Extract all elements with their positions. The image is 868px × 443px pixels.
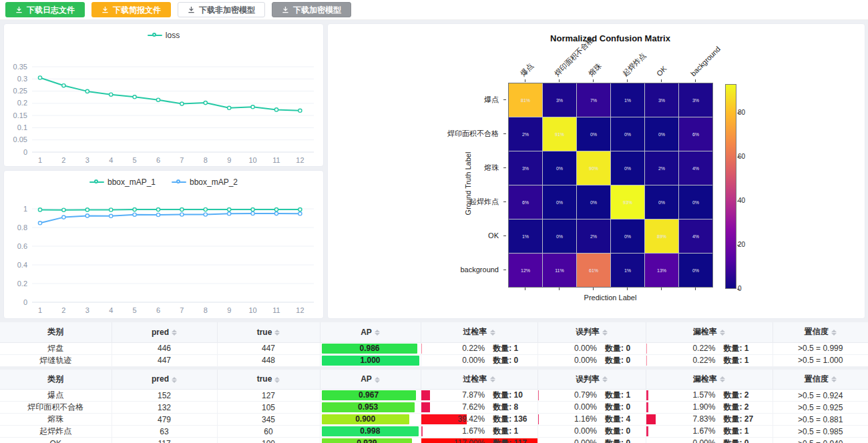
download-icon xyxy=(101,6,109,13)
cell-category: 熔珠 xyxy=(0,414,112,426)
matrix-row-label: 焊印面积不合格 xyxy=(328,117,499,151)
col-header-过检率[interactable]: 过检率 xyxy=(421,322,537,342)
cell-misjudge: 0.79%数量: 1 xyxy=(537,390,646,402)
col-header-AP[interactable]: AP xyxy=(320,370,421,390)
colorbar-tick-label: 0 xyxy=(738,286,742,292)
cell-ap: 0.929 xyxy=(320,438,421,443)
svg-text:1: 1 xyxy=(38,156,42,164)
sort-icon[interactable] xyxy=(375,377,380,383)
cell-misjudge: 0.00%数量: 0 xyxy=(537,426,646,438)
col-header-误判率[interactable]: 误判率 xyxy=(537,322,646,342)
col-header-误判率[interactable]: 误判率 xyxy=(537,370,646,390)
download-icon xyxy=(188,6,195,13)
matrix-cell: 0% xyxy=(645,185,678,219)
cell-misjudge: 0.00%数量: 0 xyxy=(537,354,646,366)
cell-category: 焊印面积不合格 xyxy=(0,402,112,414)
sort-icon[interactable] xyxy=(831,330,837,336)
svg-text:7: 7 xyxy=(180,306,184,314)
matrix-col-label: 熔珠 xyxy=(587,61,604,78)
col-header-漏检率[interactable]: 漏检率 xyxy=(646,322,773,342)
map-line-chart: 00.20.40.60.81123456789101112 xyxy=(4,187,323,320)
download-icon xyxy=(15,6,23,13)
col-header-置信度[interactable]: 置信度 xyxy=(773,322,868,342)
col-header-pred[interactable]: pred xyxy=(112,370,217,390)
toolbar: 下载日志文件 下载简报文件 下载非加密模型 下载加密模型 xyxy=(0,0,868,20)
legend-item-loss[interactable]: loss xyxy=(148,30,180,40)
confusion-matrix-card: Normalized Confusion Matrix 81%3%7%1%3%3… xyxy=(327,23,865,319)
col-header-AP[interactable]: AP xyxy=(320,322,421,342)
col-header-漏检率[interactable]: 漏检率 xyxy=(646,370,773,390)
sort-icon[interactable] xyxy=(720,330,725,336)
cell-missdetect: 0.22%数量: 1 xyxy=(646,342,773,354)
col-header-true[interactable]: true xyxy=(217,322,320,342)
matrix-cell: 2% xyxy=(577,219,610,253)
matrix-col-label: 起焊炸点 xyxy=(621,51,648,78)
ap-bar: 0.998 xyxy=(322,426,419,436)
loss-chart-legend: loss xyxy=(4,24,323,40)
matrix-cell: 1% xyxy=(509,219,542,253)
cell-true: 100 xyxy=(217,438,320,443)
cell-missdetect: 0.22%数量: 1 xyxy=(646,354,773,366)
sort-icon[interactable] xyxy=(274,330,280,336)
svg-text:10: 10 xyxy=(248,306,256,314)
download-unencrypted-model-button[interactable]: 下载非加密模型 xyxy=(178,2,265,17)
col-header-pred[interactable]: pred xyxy=(112,322,217,342)
legend-item-bbox_mAP_2[interactable]: bbox_mAP_2 xyxy=(172,177,238,187)
cell-ap: 0.986 xyxy=(320,342,421,354)
svg-text:0.25: 0.25 xyxy=(13,87,27,95)
sort-icon[interactable] xyxy=(490,376,495,382)
cell-overdetect: 117.00%数量: 117 xyxy=(421,438,537,443)
ap-bar: 0.953 xyxy=(322,402,415,412)
matrix-cell: 0% xyxy=(645,117,678,151)
col-header-true[interactable]: true xyxy=(217,370,320,390)
cell-category: 焊盘 xyxy=(0,342,112,354)
matrix-cell: 7% xyxy=(577,83,610,117)
table-row: OK1171000.929117.00%数量: 1170.00%数量: 00.0… xyxy=(0,438,868,443)
matrix-row-label: 起焊炸点 xyxy=(328,185,499,219)
ap-bar: 0.967 xyxy=(322,390,416,400)
colorbar-tick-label: 80 xyxy=(738,109,745,116)
cell-misjudge: 0.00%数量: 0 xyxy=(537,438,646,443)
svg-text:0.4: 0.4 xyxy=(17,261,27,269)
cell-pred: 152 xyxy=(112,390,217,402)
sort-icon[interactable] xyxy=(720,376,725,382)
cell-overdetect: 39.42%数量: 136 xyxy=(421,414,537,426)
cell-pred: 132 xyxy=(112,402,217,414)
download-log-button[interactable]: 下载日志文件 xyxy=(5,2,85,17)
svg-text:0.2: 0.2 xyxy=(17,99,27,107)
table-row: 焊缝轨迹4474481.0000.00%数量: 00.00%数量: 00.22%… xyxy=(0,354,868,366)
svg-text:0.3: 0.3 xyxy=(17,75,27,83)
sort-icon[interactable] xyxy=(490,330,495,336)
cell-overdetect: 7.87%数量: 10 xyxy=(421,390,537,402)
svg-text:2: 2 xyxy=(61,306,65,314)
cell-true: 447 xyxy=(217,342,320,354)
matrix-cell: 3% xyxy=(645,83,678,117)
sort-icon[interactable] xyxy=(172,330,177,336)
col-header-过检率[interactable]: 过检率 xyxy=(421,370,537,390)
button-label: 下载非加密模型 xyxy=(199,6,255,14)
sort-icon[interactable] xyxy=(831,376,837,382)
matrix-cell: 1% xyxy=(611,254,644,287)
col-header-置信度[interactable]: 置信度 xyxy=(773,370,868,390)
matrix-cell: 89% xyxy=(645,219,678,253)
colorbar-tick-label: 60 xyxy=(738,153,745,160)
legend-item-bbox_mAP_1[interactable]: bbox_mAP_1 xyxy=(89,177,156,187)
cell-missdetect: 0.00%数量: 0 xyxy=(646,438,773,443)
matrix-cell: 2% xyxy=(645,151,678,185)
cell-misjudge: 1.16%数量: 4 xyxy=(537,414,646,426)
cell-ap: 0.953 xyxy=(320,402,421,414)
download-report-button[interactable]: 下载简报文件 xyxy=(91,2,171,17)
metrics-table-2: 类别predtrueAP过检率误判率漏检率置信度爆点1521270.9677.8… xyxy=(0,370,868,443)
svg-text:12: 12 xyxy=(296,306,304,314)
sort-icon[interactable] xyxy=(274,377,280,383)
matrix-cell: 0% xyxy=(543,185,576,219)
sort-icon[interactable] xyxy=(172,377,177,383)
cell-category: 爆点 xyxy=(0,390,112,402)
sort-icon[interactable] xyxy=(602,376,608,382)
download-encrypted-model-button[interactable]: 下载加密模型 xyxy=(272,2,351,17)
sort-icon[interactable] xyxy=(375,330,380,336)
sort-icon[interactable] xyxy=(602,330,608,336)
matrix-cell: 3% xyxy=(543,83,576,117)
matrix-cell: 2% xyxy=(509,117,542,151)
loss-line-chart: 00.050.10.150.20.250.30.3512345678910111… xyxy=(4,40,323,168)
